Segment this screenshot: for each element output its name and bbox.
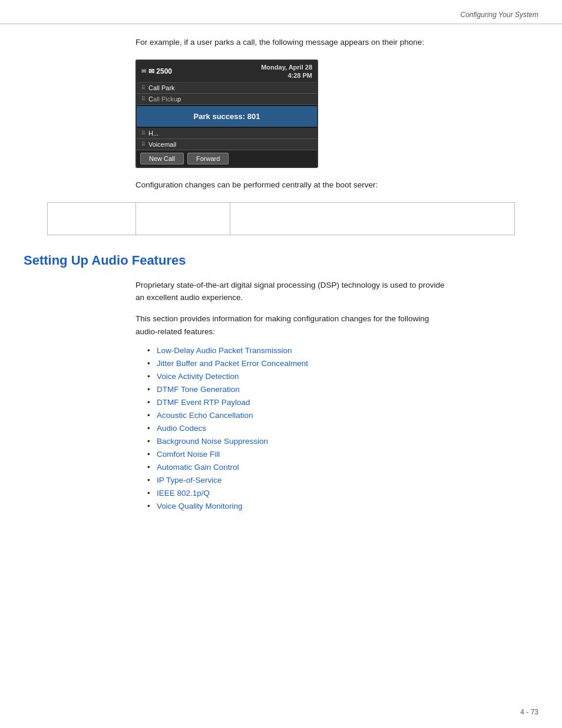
feature-list-item: Comfort Noise Fill (147, 450, 538, 459)
feature-list-item: DTMF Tone Generation (147, 385, 538, 394)
menu-label-1: Call Park (148, 84, 175, 91)
phone-image-container: ✉ ✉ 2500 Monday, April 28 4:28 PM ⠿ Call… (135, 60, 538, 169)
menu-label-voicemail: Voicemail (148, 141, 176, 148)
phone-date: Monday, April 28 (261, 63, 312, 71)
feature-link[interactable]: DTMF Event RTP Payload (157, 398, 250, 407)
feature-list-item: Acoustic Echo Cancellation (147, 411, 538, 420)
page-footer: 4 - 73 (520, 708, 538, 716)
menu-label-2: Call Pickup (148, 95, 181, 103)
phone-screen: ✉ ✉ 2500 Monday, April 28 4:28 PM ⠿ Call… (135, 60, 318, 169)
main-content: For example, if a user parks a call, the… (0, 24, 562, 540)
feature-link[interactable]: Low-Delay Audio Packet Transmission (157, 346, 292, 355)
feature-list-item: Voice Activity Detection (147, 372, 538, 381)
phone-bottom-bar: New Call Forward (137, 150, 317, 167)
header-title: Configuring Your System (460, 11, 538, 19)
feature-link[interactable]: Comfort Noise Fill (157, 450, 220, 459)
feature-link[interactable]: Automatic Gain Control (157, 463, 239, 472)
config-table (47, 202, 515, 235)
park-success-message: Park success: 801 (137, 106, 317, 127)
feature-list-item: Background Noise Suppression (147, 437, 538, 446)
phone-forward-button[interactable]: Forward (187, 153, 229, 164)
feature-link[interactable]: Jitter Buffer and Packet Error Concealme… (157, 359, 308, 368)
phone-date-time: Monday, April 28 4:28 PM (261, 63, 312, 80)
phone-time: 4:28 PM (261, 71, 312, 80)
feature-list-item: DTMF Event RTP Payload (147, 398, 538, 407)
page-number: 4 - 73 (520, 708, 538, 716)
table-cell-3 (230, 202, 515, 235)
feature-list-item: IEEE 802.1p/Q (147, 489, 538, 498)
phone-number: ✉ 2500 (148, 67, 172, 75)
body-text-para2: This section provides information for ma… (135, 312, 448, 338)
feature-link[interactable]: Background Noise Suppression (157, 437, 268, 446)
phone-menu-voicemail: ⠿ Voicemail (137, 139, 317, 150)
phone-new-call-button[interactable]: New Call (140, 153, 184, 164)
section-heading: Setting Up Audio Features (24, 253, 538, 268)
feature-link[interactable]: Voice Activity Detection (157, 372, 239, 381)
table-cell-1 (48, 202, 136, 235)
body-text-para1: Proprietary state-of-the-art digital sig… (135, 279, 448, 304)
feature-link[interactable]: Audio Codecs (157, 424, 206, 433)
feature-link[interactable]: IEEE 802.1p/Q (157, 489, 210, 498)
feature-list-item: Audio Codecs (147, 424, 538, 433)
feature-list: Low-Delay Audio Packet TransmissionJitte… (147, 346, 538, 510)
feature-link[interactable]: DTMF Tone Generation (157, 385, 240, 394)
feature-list-item: Jitter Buffer and Packet Error Concealme… (147, 359, 538, 368)
phone-menu-call-pickup: ⠿ Call Pickup (137, 94, 317, 105)
feature-link[interactable]: Acoustic Echo Cancellation (157, 411, 253, 420)
grid-icon-1: ⠿ (141, 85, 146, 91)
menu-label-3: H... (148, 130, 158, 137)
feature-link[interactable]: IP Type-of-Service (157, 476, 222, 485)
feature-list-item: IP Type-of-Service (147, 476, 538, 485)
phone-menu-h: ⠿ H... (137, 128, 317, 139)
table-cell-2 (136, 202, 230, 235)
feature-list-item: Voice Quality Monitoring (147, 502, 538, 510)
config-text-paragraph: Configuration changes can be performed c… (135, 179, 448, 192)
intro-paragraph: For example, if a user parks a call, the… (135, 36, 448, 49)
grid-icon-3: ⠿ (141, 130, 146, 136)
feature-list-item: Low-Delay Audio Packet Transmission (147, 346, 538, 355)
phone-top-bar: ✉ ✉ 2500 Monday, April 28 4:28 PM (137, 61, 317, 83)
envelope-icon: ✉ (141, 68, 146, 74)
grid-icon-2: ⠿ (141, 96, 146, 102)
phone-menu-call-park: ⠿ Call Park (137, 83, 317, 94)
page-header: Configuring Your System (0, 0, 562, 24)
grid-icon-4: ⠿ (141, 141, 146, 147)
page-container: Configuring Your System For example, if … (0, 0, 562, 728)
table-row (48, 202, 515, 235)
feature-list-item: Automatic Gain Control (147, 463, 538, 472)
feature-link[interactable]: Voice Quality Monitoring (157, 502, 243, 510)
